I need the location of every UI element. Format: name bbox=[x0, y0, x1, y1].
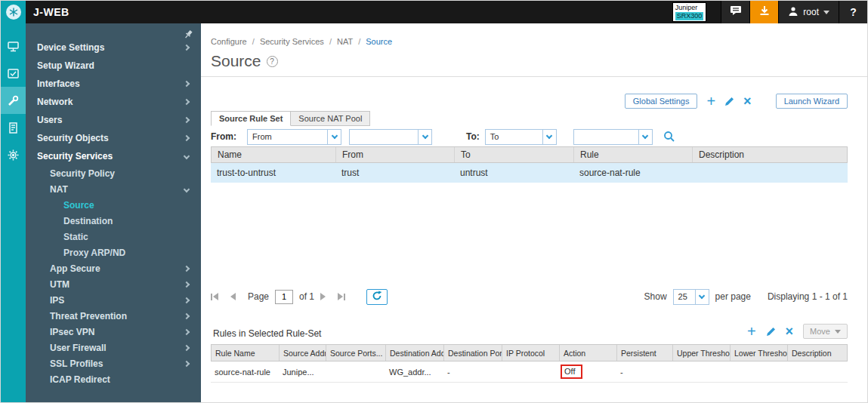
from-select[interactable]: From bbox=[247, 129, 341, 145]
edit-pencil-icon[interactable] bbox=[724, 97, 734, 106]
sidebar-item-user-firewall[interactable]: User Firewall bbox=[26, 340, 201, 355]
last-page-button[interactable] bbox=[338, 293, 345, 300]
monitor-nav-icon[interactable] bbox=[1, 32, 26, 60]
sidebar-item-setup-wizard[interactable]: Setup Wizard bbox=[26, 57, 201, 75]
column-header-upper-threshold[interactable]: Upper Threshold bbox=[673, 345, 731, 361]
chevron-right-icon bbox=[184, 117, 190, 123]
filter-row: From: From To: To bbox=[211, 128, 675, 145]
chevron-down-icon bbox=[542, 130, 556, 144]
sidebar-item-ssl-profiles[interactable]: SSL Profiles bbox=[26, 355, 201, 371]
tab-source-rule-set[interactable]: Source Rule Set bbox=[211, 111, 291, 126]
breadcrumb-configure[interactable]: Configure bbox=[211, 37, 247, 46]
sidebar-item-security-services[interactable]: Security Services bbox=[26, 147, 201, 165]
sidebar-item-device-settings[interactable]: Device Settings bbox=[26, 38, 201, 57]
table-row-selected[interactable]: trust-to-untrust trust untrust source-na… bbox=[211, 163, 848, 183]
column-header-destination-address[interactable]: Destination Add... bbox=[386, 345, 444, 361]
launch-wizard-button[interactable]: Launch Wizard bbox=[776, 94, 848, 109]
add-icon[interactable]: + bbox=[706, 94, 715, 108]
column-header-from[interactable]: From bbox=[336, 147, 455, 162]
tasks-nav-icon[interactable] bbox=[1, 60, 26, 87]
column-header-description[interactable]: Description bbox=[788, 345, 847, 361]
column-header-lower-threshold[interactable]: Lower Threshold bbox=[731, 345, 788, 361]
user-menu[interactable]: root bbox=[778, 1, 839, 23]
global-settings-button[interactable]: Global Settings bbox=[625, 94, 698, 109]
previous-page-button[interactable] bbox=[230, 293, 236, 300]
sidebar-item-icap-redirect[interactable]: ICAP Redirect bbox=[26, 371, 201, 387]
page-number-input[interactable] bbox=[275, 290, 293, 304]
from-label: From: bbox=[211, 131, 236, 142]
column-header-ip-protocol[interactable]: IP Protocol bbox=[502, 345, 560, 361]
snowflake-logo-icon bbox=[6, 5, 21, 20]
sidebar-item-users[interactable]: Users bbox=[26, 111, 201, 129]
breadcrumb-security-services[interactable]: Security Services bbox=[260, 37, 324, 46]
per-page-label: per page bbox=[715, 291, 751, 302]
gear-nav-icon[interactable] bbox=[1, 141, 26, 168]
from-zone-select[interactable] bbox=[349, 129, 432, 145]
sidebar-item-static[interactable]: Static bbox=[26, 229, 201, 245]
sidebar-item-destination[interactable]: Destination bbox=[26, 213, 201, 229]
chevron-down-icon bbox=[823, 11, 829, 14]
action-value-highlight: Off bbox=[561, 365, 582, 379]
delete-rule-icon[interactable]: × bbox=[786, 325, 794, 338]
sidebar-item-security-policy[interactable]: Security Policy bbox=[26, 165, 201, 181]
column-header-source-ports[interactable]: Source Ports... bbox=[326, 345, 386, 361]
chevron-right-icon bbox=[184, 281, 190, 287]
column-header-rule[interactable]: Rule bbox=[574, 147, 693, 162]
rules-section-title: Rules in Selected Rule-Set bbox=[213, 328, 321, 339]
help-button[interactable]: ? bbox=[839, 1, 867, 23]
sidebar-item-ipsec-vpn[interactable]: IPsec VPN bbox=[26, 324, 201, 340]
chevron-down-icon bbox=[184, 186, 190, 192]
move-button[interactable]: Move bbox=[803, 324, 848, 339]
sidebar-item-network[interactable]: Network bbox=[26, 93, 201, 111]
column-header-description[interactable]: Description bbox=[693, 147, 847, 162]
column-header-action[interactable]: Action bbox=[560, 345, 617, 361]
refresh-button[interactable] bbox=[366, 289, 388, 305]
rule-set-table: Name From To Rule Description trust-to-u… bbox=[211, 146, 848, 183]
user-icon bbox=[788, 6, 798, 19]
column-header-persistent[interactable]: Persistent bbox=[617, 345, 673, 361]
column-header-to[interactable]: To bbox=[455, 147, 574, 162]
to-zone-select[interactable] bbox=[573, 129, 653, 145]
edit-rule-pencil-icon[interactable] bbox=[766, 327, 776, 337]
sidebar-item-source[interactable]: Source bbox=[26, 197, 201, 213]
rules-table-row[interactable]: source-nat-rule Junipe... WG_addr... - O… bbox=[211, 361, 848, 383]
pin-icon[interactable] bbox=[184, 29, 193, 42]
of-pages-label: of 1 bbox=[299, 291, 314, 302]
page-help-icon[interactable]: ? bbox=[267, 56, 278, 67]
chevron-right-icon bbox=[184, 135, 190, 141]
to-select[interactable]: To bbox=[485, 129, 557, 145]
breadcrumb-nat[interactable]: NAT bbox=[337, 37, 353, 46]
device-vendor-label: Juniper bbox=[675, 4, 704, 12]
sidebar-item-nat[interactable]: NAT bbox=[26, 181, 201, 197]
sidebar-item-proxy-arp-nd[interactable]: Proxy ARP/ND bbox=[26, 245, 201, 260]
sidebar-item-utm[interactable]: UTM bbox=[26, 276, 201, 292]
feedback-button[interactable] bbox=[721, 1, 749, 23]
delete-icon[interactable]: × bbox=[743, 94, 752, 108]
next-page-button[interactable] bbox=[320, 293, 326, 300]
sidebar-item-ips[interactable]: IPS bbox=[26, 292, 201, 308]
download-button[interactable] bbox=[749, 1, 778, 23]
toolbar: Global Settings + × Launch Wizard bbox=[625, 94, 848, 109]
configure-nav-icon[interactable] bbox=[1, 87, 26, 114]
column-header-rule-name[interactable]: Rule Name bbox=[212, 345, 280, 361]
first-page-button[interactable] bbox=[211, 293, 218, 300]
page-size-controls: Show 25 per page Displaying 1 - 1 of 1 bbox=[644, 289, 848, 305]
chevron-down-icon bbox=[418, 130, 431, 144]
displaying-label: Displaying 1 - 1 of 1 bbox=[768, 291, 848, 302]
tab-source-nat-pool[interactable]: Source NAT Pool bbox=[291, 111, 370, 126]
page-size-select[interactable]: 25 bbox=[673, 289, 709, 305]
column-header-name[interactable]: Name bbox=[212, 147, 336, 162]
add-rule-icon[interactable]: + bbox=[747, 325, 756, 338]
chevron-right-icon bbox=[184, 360, 190, 366]
sidebar-item-security-objects[interactable]: Security Objects bbox=[26, 129, 201, 147]
report-nav-icon[interactable] bbox=[1, 114, 26, 141]
rules-table: Rule Name Source Addre... Source Ports..… bbox=[211, 344, 848, 383]
device-model-label: SRX300 bbox=[675, 12, 704, 20]
search-icon[interactable] bbox=[663, 131, 675, 143]
chevron-right-icon bbox=[184, 344, 190, 350]
sidebar-item-app-secure[interactable]: App Secure bbox=[26, 260, 201, 276]
sidebar-item-threat-prevention[interactable]: Threat Prevention bbox=[26, 308, 201, 324]
column-header-source-address[interactable]: Source Addre... bbox=[280, 345, 326, 361]
column-header-destination-port[interactable]: Destination Port bbox=[444, 345, 502, 361]
sidebar-item-interfaces[interactable]: Interfaces bbox=[26, 75, 201, 93]
